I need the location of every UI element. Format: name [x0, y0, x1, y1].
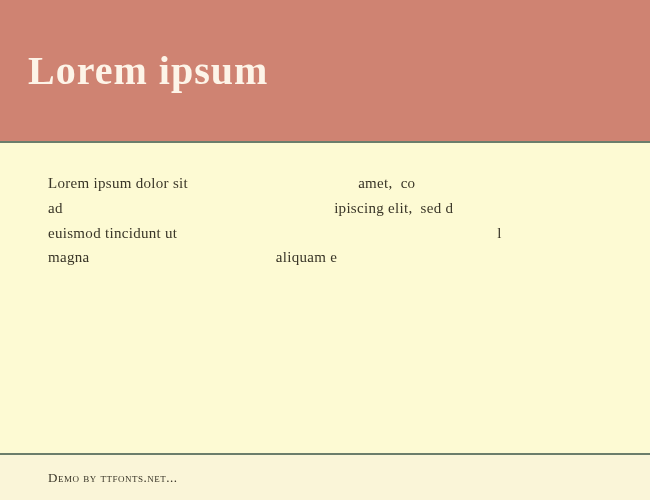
body-text: Lorem ipsum dolor sit amet, co ad ipisci…: [48, 171, 650, 270]
header-banner: Lorem ipsum: [0, 0, 650, 143]
page-title: Lorem ipsum: [28, 47, 268, 94]
footer-text: Demo by ttfonts.net...: [48, 470, 177, 486]
footer: Demo by ttfonts.net...: [0, 455, 650, 500]
content-area: Lorem ipsum dolor sit amet, co ad ipisci…: [0, 143, 650, 453]
